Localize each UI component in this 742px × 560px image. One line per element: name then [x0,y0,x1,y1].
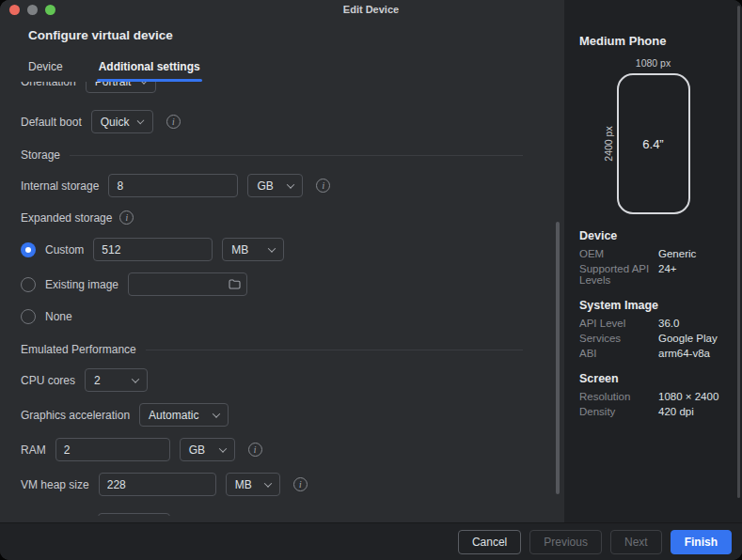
page-title: Configure virtual device [28,28,564,42]
none-radio[interactable] [21,309,36,324]
chevron-down-icon [287,180,294,188]
tab-additional-settings-label: Additional settings [99,60,200,73]
phone-diagram: 2400 px 6.4” [579,73,727,214]
spec-label: API Level [579,318,655,329]
dialog-footer: Cancel Previous Next Finish [0,522,742,560]
ram-input[interactable] [55,438,170,461]
storage-section-header: Storage [21,148,536,162]
main-scrollbar[interactable] [556,222,560,494]
chevron-down-icon [263,479,271,487]
performance-section-header: Emulated Performance [21,343,536,356]
previous-button[interactable]: Previous [529,530,602,554]
phone-screen-size: 6.4” [642,137,663,151]
custom-unit-select[interactable]: MB [222,238,284,261]
tab-device[interactable]: Device [28,56,63,82]
storage-section-title: Storage [21,148,60,162]
custom-storage-row: Custom MB [21,238,536,261]
existing-image-radio[interactable] [21,277,36,292]
graphics-acceleration-value: Automatic [149,409,198,422]
cpu-cores-value: 2 [94,374,101,387]
finish-button[interactable]: Finish [671,530,732,554]
default-boot-value: Quick [101,116,130,129]
info-icon[interactable] [316,179,330,193]
folder-icon[interactable] [229,279,241,289]
cancel-button[interactable]: Cancel [458,530,521,554]
chevron-down-icon [137,117,145,124]
chevron-down-icon [132,375,139,382]
custom-radio-label: Custom [45,243,84,257]
expanded-storage-label: Expanded storage [21,211,112,225]
existing-image-radio-label: Existing image [45,278,118,291]
info-icon[interactable] [166,115,181,129]
settings-form: Orientation Portrait Default boot Quick [0,82,564,516]
tab-additional-settings[interactable]: Additional settings [99,56,200,82]
tab-device-label: Device [28,60,63,73]
internal-storage-input[interactable] [108,174,238,197]
side-scrollbar[interactable] [737,6,740,498]
minimize-button[interactable] [27,5,38,15]
custom-radio[interactable] [21,242,36,257]
internal-storage-label: Internal storage [21,179,99,193]
graphics-acceleration-row: Graphics acceleration Automatic [21,403,536,427]
spec-value: arm64-v8a [658,348,729,359]
orientation-select[interactable]: Portrait [86,82,156,93]
next-button[interactable]: Next [610,530,662,554]
spec-value: 1080 × 2400 [658,391,729,402]
close-button[interactable] [9,5,20,15]
graphics-acceleration-label: Graphics acceleration [21,409,130,422]
preferred-abi-row: Preferred ABI Optimal [21,513,536,516]
spec-label: Density [579,406,655,417]
cpu-cores-label: CPU cores [21,374,75,387]
device-spec-section: Device OEM Generic Supported API Levels … [579,229,729,286]
none-radio-label: None [45,310,72,323]
ram-unit-select[interactable]: GB [180,438,235,461]
orientation-label: Orientation [21,82,76,88]
spec-value: 420 dpi [658,406,729,417]
chevron-down-icon [218,444,226,452]
phone-height-label: 2400 px [603,116,614,172]
internal-storage-row: Internal storage GB [21,174,536,197]
tab-bar: Device Additional settings [28,56,564,82]
spec-value: 36.0 [658,318,729,329]
system-image-spec-title: System Image [579,299,729,312]
spec-value: Google Play [658,333,729,344]
spec-label: Supported API Levels [579,263,655,286]
screen-spec-section: Screen Resolution 1080 × 2400 Density 42… [579,372,729,417]
device-spec-title: Device [579,229,729,242]
spec-value: 24+ [658,263,729,286]
internal-storage-unit-select[interactable]: GB [247,174,303,197]
expanded-storage-row: Expanded storage [21,210,536,225]
titlebar: Edit Device [0,0,742,21]
window-title: Edit Device [0,4,742,15]
custom-unit-value: MB [231,243,248,257]
cpu-cores-row: CPU cores 2 [21,368,536,392]
performance-section-title: Emulated Performance [21,343,136,356]
graphics-acceleration-select[interactable]: Automatic [139,403,229,427]
ram-unit-value: GB [189,443,205,457]
spec-label: Services [579,333,655,344]
zoom-button[interactable] [45,5,55,15]
default-boot-row: Default boot Quick [21,110,536,133]
vm-heap-input[interactable] [99,473,216,496]
phone-width-label: 1080 px [579,57,727,69]
chevron-down-icon [213,410,220,417]
preferred-abi-select[interactable]: Optimal [98,513,170,516]
default-boot-select[interactable]: Quick [91,110,153,133]
phone-outline: 6.4” [617,73,690,214]
info-icon[interactable] [119,210,134,225]
info-icon[interactable] [293,477,308,491]
spec-value: Generic [658,248,729,259]
ram-row: RAM GB [21,438,536,461]
system-image-spec-section: System Image API Level 36.0 Services Goo… [579,299,729,359]
vm-heap-label: VM heap size [21,478,89,491]
spec-label: OEM [579,248,655,259]
orientation-row: Orientation Portrait [21,82,536,93]
screen-spec-title: Screen [579,372,729,385]
chevron-down-icon [139,82,147,84]
vm-heap-unit-select[interactable]: MB [226,473,280,496]
info-icon[interactable] [248,443,262,457]
cpu-cores-select[interactable]: 2 [85,368,148,392]
custom-size-input[interactable] [93,238,213,261]
orientation-value: Portrait [95,82,132,88]
edit-device-dialog: Edit Device Configure virtual device Dev… [0,0,742,560]
